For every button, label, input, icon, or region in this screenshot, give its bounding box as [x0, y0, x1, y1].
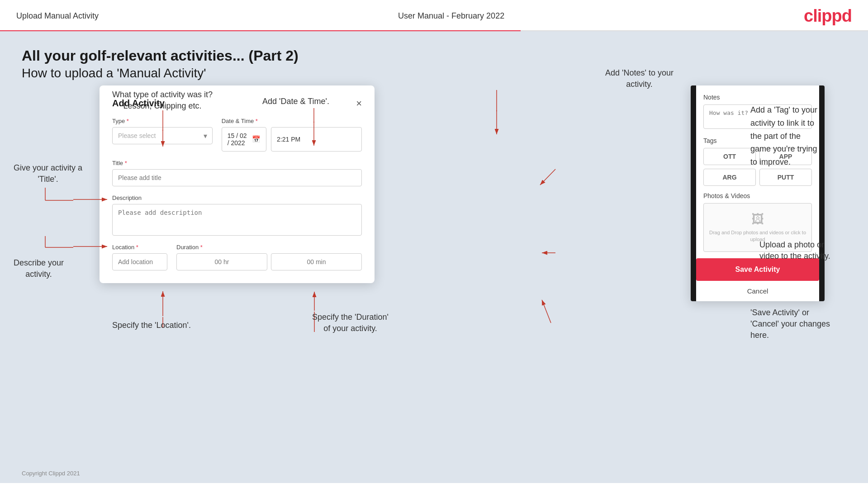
add-activity-modal: Add Activity × Type * Please select ▾ [100, 85, 375, 283]
duration-label: Duration * [176, 244, 362, 251]
duration-inputs [176, 253, 362, 270]
annotation-duration-text: Specify the 'Duration'of your activity. [312, 313, 389, 333]
svg-line-19 [542, 300, 551, 323]
location-duration-row: Location * Duration * [112, 244, 362, 270]
location-label: Location * [112, 244, 167, 251]
photos-label: Photos & Videos [703, 192, 812, 199]
location-input[interactable] [112, 253, 167, 270]
top-bar: Upload Manual Activity User Manual - Feb… [0, 0, 868, 26]
footer: Copyright Clippd 2021 [22, 470, 80, 477]
upload-icon: 🖼 [709, 212, 806, 227]
page-label: Upload Manual Activity [16, 11, 99, 21]
annotation-location: Specify the 'Location'. [112, 321, 191, 330]
phone-panel: Notes Tags OTT APP ARG PUTT Photos & Vid… [691, 85, 825, 301]
cancel-button[interactable]: Cancel [696, 281, 819, 301]
description-input[interactable] [112, 204, 362, 236]
title-required: * [125, 160, 127, 166]
description-label: Description [112, 194, 362, 201]
duration-hr-input[interactable] [176, 253, 267, 270]
datetime-group: Date & Time * 15 / 02 / 2022 📅 [222, 118, 362, 152]
modal-close-button[interactable]: × [356, 99, 362, 109]
type-select[interactable]: Please select [112, 127, 213, 144]
annotation-describe: Describe youractivity. [14, 257, 64, 280]
page-subtitle: How to upload a 'Manual Activity' [22, 66, 846, 81]
duration-required: * [200, 244, 203, 251]
type-datetime-row: Type * Please select ▾ Date & Time * [112, 118, 362, 152]
duration-group: Duration * [176, 244, 362, 270]
svg-line-17 [540, 169, 555, 185]
datetime-required: * [256, 118, 258, 124]
date-value: 15 / 02 / 2022 [228, 132, 248, 147]
save-activity-button[interactable]: Save Activity [696, 258, 819, 281]
notes-input[interactable] [703, 104, 812, 129]
duration-min-input[interactable] [271, 253, 362, 270]
time-input[interactable] [271, 127, 362, 152]
annotation-describe-text: Describe youractivity. [14, 258, 64, 279]
tag-ott[interactable]: OTT [703, 148, 756, 165]
title-group: Title * [112, 160, 362, 186]
annotation-save-text: 'Save Activity' or'Cancel' your changesh… [750, 308, 830, 340]
annotation-duration: Specify the 'Duration'of your activity. [312, 312, 389, 334]
title-input[interactable] [112, 169, 362, 186]
tag-app[interactable]: APP [759, 148, 812, 165]
location-required: * [136, 244, 138, 251]
phone-inner: Notes Tags OTT APP ARG PUTT Photos & Vid… [696, 85, 819, 252]
type-group: Type * Please select ▾ [112, 118, 213, 152]
date-time-inputs: 15 / 02 / 2022 📅 [222, 127, 362, 152]
annotation-location-text: Specify the 'Location'. [112, 321, 191, 330]
date-input[interactable]: 15 / 02 / 2022 📅 [222, 127, 266, 152]
location-group: Location * [112, 244, 167, 270]
type-required: * [127, 118, 129, 124]
tag-putt[interactable]: PUTT [759, 169, 812, 186]
photos-upload-area[interactable]: 🖼 Drag and Drop photos and videos or cli… [703, 203, 812, 252]
description-group: Description [112, 194, 362, 236]
annotation-give-title-text: Give your activity a'Title'. [14, 163, 82, 184]
modal-title: Add Activity [112, 98, 165, 109]
notes-label: Notes [703, 94, 812, 101]
page-title: All your golf-relevant activities... (Pa… [22, 47, 846, 64]
type-select-wrapper: Please select ▾ [112, 127, 213, 144]
logo: clippd [804, 6, 852, 26]
datetime-label: Date & Time * [222, 118, 362, 124]
tags-label: Tags [703, 137, 812, 144]
type-label: Type * [112, 118, 213, 124]
upload-text: Drag and Drop photos and videos or click… [709, 229, 806, 243]
annotation-save: 'Save Activity' or'Cancel' your changesh… [750, 307, 859, 341]
modal-header: Add Activity × [112, 98, 362, 109]
main-content: All your golf-relevant activities... (Pa… [0, 31, 868, 483]
tag-arg[interactable]: ARG [703, 169, 756, 186]
calendar-icon: 📅 [252, 135, 261, 143]
manual-label: User Manual - February 2022 [398, 11, 504, 21]
tags-grid: OTT APP ARG PUTT [703, 148, 812, 186]
annotation-give-title: Give your activity a'Title'. [14, 162, 82, 185]
title-label: Title * [112, 160, 362, 166]
